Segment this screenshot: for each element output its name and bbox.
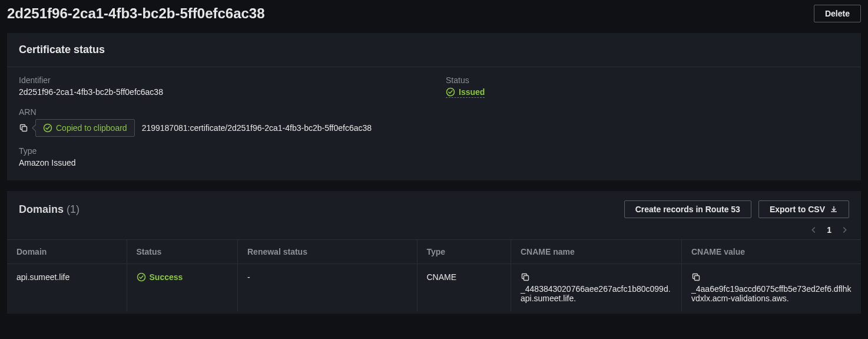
field-type: Type Amazon Issued <box>19 146 422 167</box>
value-identifier: 2d251f96-2ca1-4fb3-bc2b-5ff0efc6ac38 <box>19 87 422 97</box>
field-status: Status Issued <box>446 75 849 98</box>
domains-table: Domain Status Renewal status Type CNAME … <box>7 239 861 311</box>
domains-count: (1) <box>67 203 79 215</box>
cell-domain: api.sumeet.life <box>7 264 127 312</box>
label-type: Type <box>19 146 422 156</box>
export-csv-label: Export to CSV <box>770 205 825 214</box>
cell-cname-name: _4483843020766aee267acfc1b80c099d.api.su… <box>511 264 682 312</box>
export-csv-button[interactable]: Export to CSV <box>758 200 849 218</box>
page-header: 2d251f96-2ca1-4fb3-bc2b-5ff0efc6ac38 Del… <box>0 0 868 33</box>
table-row: api.sumeet.life Success - CNAME <box>7 264 861 312</box>
cell-renewal: - <box>238 264 418 312</box>
chevron-right-icon[interactable] <box>840 225 849 235</box>
label-status: Status <box>446 75 849 85</box>
domains-panel: Domains (1) Create records in Route 53 E… <box>7 191 861 314</box>
tooltip-text: Copied to clipboard <box>56 123 127 133</box>
status-text: Issued <box>459 87 485 97</box>
pagination-current: 1 <box>827 225 831 235</box>
cname-name-value: _4483843020766aee267acfc1b80c099d.api.su… <box>521 284 672 303</box>
download-icon <box>830 205 838 213</box>
domains-heading: Domains (1) <box>19 203 79 216</box>
check-circle-icon <box>446 87 455 97</box>
table-header-row: Domain Status Renewal status Type CNAME … <box>7 240 861 264</box>
cell-type: CNAME <box>417 264 511 312</box>
value-arn: 2199187081:certificate/2d251f96-2ca1-4fb… <box>142 123 372 133</box>
create-records-button[interactable]: Create records in Route 53 <box>624 200 751 218</box>
svg-rect-1 <box>22 127 27 131</box>
field-arn: ARN Copied to clipboard <box>19 107 849 137</box>
cname-value-value: _4aa6e9fc19accd6075cffb5e73ed2ef6.dflhkv… <box>691 284 852 303</box>
copy-icon[interactable] <box>521 272 530 282</box>
chevron-left-icon[interactable] <box>809 225 819 235</box>
page-title: 2d251f96-2ca1-4fb3-bc2b-5ff0efc6ac38 <box>7 5 265 22</box>
value-status: Issued <box>446 87 485 98</box>
svg-rect-5 <box>695 276 700 281</box>
col-renewal[interactable]: Renewal status <box>238 240 418 264</box>
copied-tooltip: Copied to clipboard <box>35 119 135 137</box>
col-domain[interactable]: Domain <box>7 240 127 264</box>
col-type[interactable]: Type <box>417 240 511 264</box>
certificate-status-heading: Certificate status <box>7 33 861 67</box>
cell-cname-value: _4aa6e9fc19accd6075cffb5e73ed2ef6.dflhkv… <box>682 264 862 312</box>
delete-button[interactable]: Delete <box>814 5 861 22</box>
copy-icon[interactable] <box>19 123 28 133</box>
cell-status-text: Success <box>150 272 183 282</box>
label-identifier: Identifier <box>19 75 422 85</box>
check-circle-icon <box>43 123 52 133</box>
pagination: 1 <box>7 223 861 239</box>
col-status[interactable]: Status <box>127 240 238 264</box>
check-circle-icon <box>137 272 146 282</box>
cell-status: Success <box>127 264 238 312</box>
certificate-status-panel: Certificate status Identifier 2d251f96-2… <box>7 33 861 180</box>
field-identifier: Identifier 2d251f96-2ca1-4fb3-bc2b-5ff0e… <box>19 75 422 98</box>
col-cname-name[interactable]: CNAME name <box>511 240 682 264</box>
value-type: Amazon Issued <box>19 158 422 167</box>
copy-icon[interactable] <box>691 272 701 282</box>
domains-title-text: Domains <box>19 203 64 215</box>
svg-rect-4 <box>524 276 529 281</box>
col-cname-value[interactable]: CNAME value <box>682 240 862 264</box>
label-arn: ARN <box>19 107 849 117</box>
